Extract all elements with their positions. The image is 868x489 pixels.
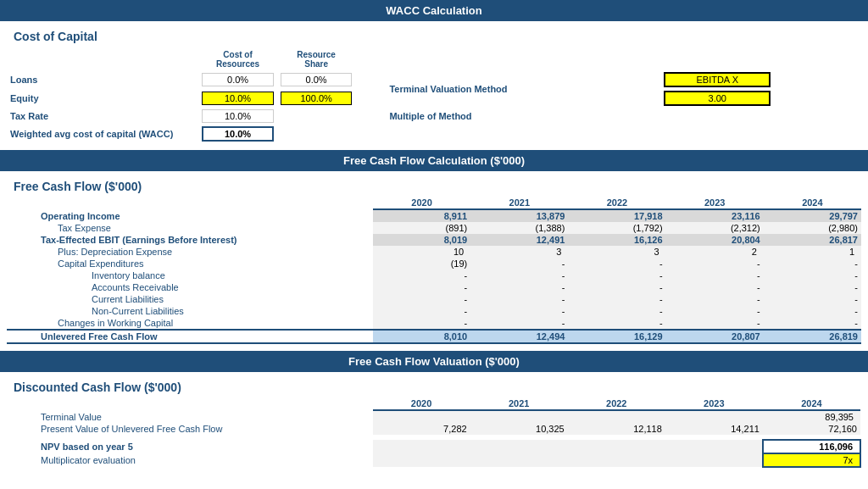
pv-unlevered-row: Present Value of Unlevered Free Cash Flo… <box>7 423 860 435</box>
operating-income-row: Operating Income 8,911 13,879 17,918 23,… <box>7 209 861 222</box>
equity-label: Equity <box>7 89 198 108</box>
equity-cost: 10.0% <box>198 89 277 108</box>
current-liabilities-row: Current Liabilities - - - - - <box>7 293 861 305</box>
loans-share: 0.0% <box>277 70 356 89</box>
dcf-sub-header: Discounted Cash Flow ($'000) <box>7 375 861 396</box>
non-current-liabilities-row: Non-Current Liabilities - - - - - <box>7 305 861 317</box>
year-2024: 2024 <box>764 197 861 209</box>
wacc-value: 10.0% <box>198 125 277 143</box>
accounts-receivable-row: Accounts Receivable - - - - - <box>7 281 861 293</box>
capex-row: Capital Expenditures (19) - - - - <box>7 258 861 270</box>
col-header-share: ResourceShare <box>277 48 356 70</box>
cost-of-capital-header: Cost of Capital <box>7 25 861 45</box>
loans-label: Loans <box>7 70 198 89</box>
terminal-value-row: Terminal Value 89,395 <box>7 410 860 423</box>
val-year-2022: 2022 <box>568 397 665 410</box>
loans-cost: 0.0% <box>198 70 277 89</box>
npv-row: NPV based on year 5 116,096 <box>7 440 860 453</box>
terminal-multiple-value: 3.00 <box>660 89 774 108</box>
working-capital-row: Changes in Working Capital - - - - - <box>7 317 861 330</box>
multiple-method-label: Multiple of Method <box>389 111 471 121</box>
tax-expense-row: Tax Expense (891) (1,388) (1,792) (2,312… <box>7 222 861 234</box>
tax-rate-label: Tax Rate <box>7 108 198 125</box>
year-2022: 2022 <box>568 197 665 209</box>
val-year-2023: 2023 <box>665 397 763 410</box>
wacc-label: Weighted avg cost of capital (WACC) <box>7 125 198 143</box>
fcf-year-header-row: 2020 2021 2022 2023 2024 <box>7 197 861 209</box>
col-header-cost: Cost ofResources <box>198 48 277 70</box>
terminal-method-label: Terminal Valuation Method <box>389 84 507 94</box>
equity-share: 100.0% <box>277 89 356 108</box>
val-year-2021: 2021 <box>470 397 568 410</box>
inventory-row: Inventory balance - - - - - <box>7 270 861 281</box>
val-year-2020: 2020 <box>373 397 470 410</box>
tax-effected-ebit-row: Tax-Effected EBIT (Earnings Before Inter… <box>7 234 861 246</box>
multiplicator-row: Multiplicator evaluation 7x <box>7 453 860 467</box>
fcf-header: Free Cash Flow Calculation ($'000) <box>0 150 868 171</box>
fcf-sub-header: Free Cash Flow ($'000) <box>7 175 861 195</box>
tax-rate-value: 10.0% <box>198 108 277 125</box>
val-year-2024: 2024 <box>763 397 860 410</box>
year-2021: 2021 <box>470 197 568 209</box>
valuation-header: Free Cash Flow Valuation ($'000) <box>0 351 868 372</box>
depreciation-row: Plus: Depreciation Expense 10 3 3 2 1 <box>7 246 861 258</box>
year-2020: 2020 <box>373 197 470 209</box>
multiplicator-value: 7x <box>763 453 860 467</box>
unlevered-fcf-row: Unlevered Free Cash Flow 8,010 12,494 16… <box>7 330 861 343</box>
val-year-header-row: 2020 2021 2022 2023 2024 <box>7 397 860 410</box>
year-2023: 2023 <box>666 197 764 209</box>
terminal-method-value: EBITDA X <box>660 70 774 89</box>
npv-value: 116,096 <box>763 440 860 453</box>
wacc-header: WACC Calculation <box>0 0 868 21</box>
